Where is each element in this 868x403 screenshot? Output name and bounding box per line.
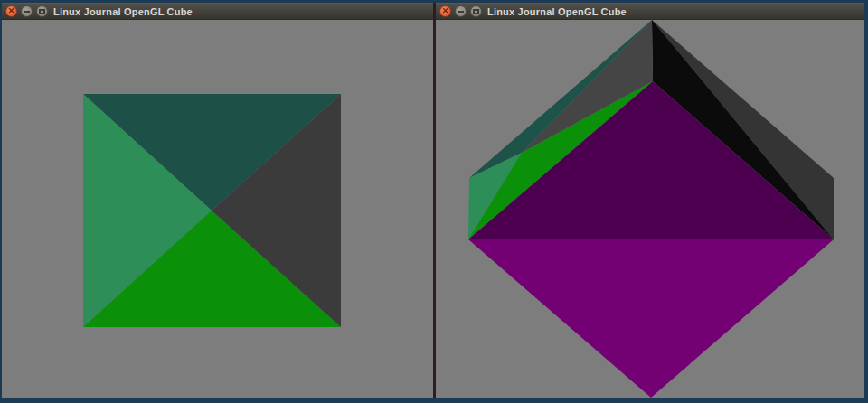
window-title: Linux Journal OpenGL Cube	[487, 6, 627, 17]
window-opengl-cube-right: ✕ Linux Journal OpenGL Cube	[436, 3, 864, 398]
cube-render-rotated	[436, 20, 864, 398]
close-icon: ✕	[8, 7, 15, 15]
gl-viewport-front-view	[2, 20, 433, 398]
desktop-screen: ✕ Linux Journal OpenGL Cube ✕	[0, 0, 868, 403]
gl-viewport-rotated-view	[436, 20, 864, 398]
cube-render-front	[2, 20, 433, 398]
window-opengl-cube-left: ✕ Linux Journal OpenGL Cube	[2, 3, 433, 398]
window-controls: ✕	[5, 5, 48, 17]
close-button[interactable]: ✕	[439, 5, 451, 17]
cube-front-bright-purple	[468, 239, 834, 398]
titlebar[interactable]: ✕ Linux Journal OpenGL Cube	[2, 3, 433, 20]
minimize-icon	[458, 11, 464, 13]
maximize-icon	[473, 9, 479, 14]
titlebar[interactable]: ✕ Linux Journal OpenGL Cube	[436, 3, 864, 20]
close-icon: ✕	[442, 7, 449, 15]
maximize-button[interactable]	[36, 5, 48, 17]
maximize-icon	[39, 9, 45, 14]
window-title: Linux Journal OpenGL Cube	[53, 6, 193, 17]
maximize-button[interactable]	[470, 5, 482, 17]
close-button[interactable]: ✕	[5, 5, 17, 17]
minimize-icon	[24, 11, 30, 13]
minimize-button[interactable]	[455, 5, 467, 17]
minimize-button[interactable]	[21, 5, 33, 17]
window-controls: ✕	[439, 5, 482, 17]
